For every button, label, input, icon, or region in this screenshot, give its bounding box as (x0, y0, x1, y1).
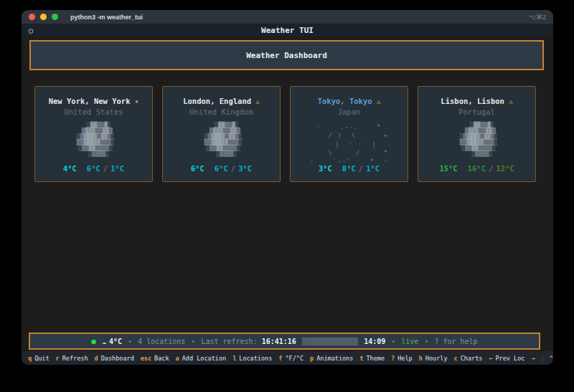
close-button[interactable] (29, 14, 35, 20)
shortcut-key: f (278, 355, 282, 362)
shortcut-key: ^p (550, 355, 553, 362)
shortcut-help[interactable]: ?Help (390, 355, 414, 362)
location-cards: New York, New York ☀United States ░▓▓▒▒▓… (34, 86, 536, 182)
temp-separator: / (231, 164, 235, 173)
card-temps: 4°C6°C/1°C (35, 164, 152, 173)
shortcut-add-location[interactable]: aAdd Location (174, 355, 228, 362)
high-temp: 6°C (215, 164, 228, 173)
card-city-label: New York, New York (49, 97, 131, 105)
low-temp: 3°C (238, 164, 252, 173)
shortcut-key: → (531, 355, 535, 362)
app-header: ○ Weather TUI (22, 24, 553, 37)
status-dot-icon: ● (91, 337, 96, 346)
current-temp: 3°C (319, 164, 332, 173)
weather-card-tokyo[interactable]: Tokyo, Tokyo ⚠Japan· .--. * / ) \ + | · … (290, 86, 408, 182)
card-city: Tokyo, Tokyo ⚠ (291, 97, 408, 105)
temp-separator: / (103, 164, 108, 173)
status-current-temp: ☁4°C (102, 338, 122, 345)
shortcut-back[interactable]: escBack (139, 355, 171, 362)
temp-separator: / (489, 164, 493, 173)
maximize-button[interactable] (52, 14, 58, 20)
shortcut-locations[interactable]: lLocations (231, 355, 273, 362)
weather-cloud-art: ░▓▓▒▒▓░ ▒▓▓▓▒▒▓▓▒ ░▒▓██▓▒▓▓▒░ ▒▒▓██▓▓▒▒▒… (163, 123, 280, 157)
window-shortcut-hint: ⌥⌘2 (529, 14, 546, 21)
weather-moon-art: · .--. * / ) \ + | · · | \ / * · `--' * … (291, 123, 408, 166)
card-temps: 3°C8°C/1°C (291, 164, 408, 173)
weather-cloud-art: ░▓▓▒▒▓░ ▒▓▓▓▒▒▓▓▒ ░▒▓██▓▒▓▓▒░ ▒▒▓██▓▓▒▒▒… (35, 123, 152, 157)
card-city-label: Lisbon, Lisbon (441, 97, 504, 105)
current-temp: 6°C (191, 164, 204, 173)
shortcut-charts[interactable]: cCharts (453, 355, 484, 362)
card-country: United Kingdom (163, 107, 280, 116)
current-temp: 4°C (63, 164, 77, 173)
shortcut-key: a (176, 355, 179, 362)
shortcut-units-toggle[interactable]: f°F/°C (277, 355, 305, 362)
warning-icon: ⚠ (377, 98, 380, 105)
shortcut-label: Charts (461, 355, 483, 362)
shortcut-refresh[interactable]: rRefresh (55, 355, 90, 362)
terminal-window: python3 -m weather_tui ⌥⌘2 ○ Weather TUI… (22, 10, 553, 365)
card-country: Japan (291, 107, 408, 116)
shortcut-label: Back (154, 355, 169, 362)
shortcut-key: esc (141, 355, 151, 362)
shortcut-label: Theme (366, 355, 385, 362)
shortcut-animations[interactable]: pAnimations (309, 355, 354, 362)
bullet-separator: • (391, 338, 395, 345)
shortcut-label: Quit (34, 355, 49, 362)
shortcut-theme[interactable]: tTheme (358, 355, 386, 362)
titlebar[interactable]: python3 -m weather_tui ⌥⌘2 (22, 10, 553, 24)
status-last-refresh: Last refresh: 16:41:16 (201, 338, 296, 345)
shortcut-label: °F/°C (285, 355, 304, 362)
card-city-label: London, England (183, 97, 251, 105)
shortcut-key: l (232, 355, 236, 362)
shortcut-label: Prev Loc (496, 355, 525, 362)
low-temp: 12°C (496, 164, 514, 173)
low-temp: 1°C (110, 164, 124, 173)
card-temps: 15°C16°C/12°C (418, 164, 535, 173)
warning-icon: ⚠ (509, 98, 512, 105)
shortcut-quit[interactable]: qQuit (27, 355, 51, 362)
footer-keybar: qQuitrRefreshdDashboardescBackaAdd Locat… (22, 351, 553, 365)
shortcut-key: ← (489, 355, 492, 362)
shortcut-key: ? (391, 355, 395, 362)
shortcut-next-loc[interactable]: → (530, 355, 536, 362)
shortcut-prev-loc[interactable]: ←Prev Loc (487, 355, 526, 362)
traffic-lights (29, 14, 58, 20)
shortcut-label: Refresh (62, 355, 88, 362)
warning-icon: ⚠ (255, 98, 259, 105)
bullet-separator: • (424, 338, 428, 345)
app-title: Weather TUI (22, 26, 553, 35)
shortcut-key: d (95, 355, 98, 362)
status-clock: 14:09 (364, 338, 385, 345)
desktop: python3 -m weather_tui ⌥⌘2 ○ Weather TUI… (0, 0, 574, 392)
shortcut-command-palette[interactable]: ^ppalette (542, 355, 553, 362)
card-temps: 6°C6°C/3°C (163, 164, 280, 173)
weather-card-london[interactable]: London, England ⚠United Kingdom ░▓▓▒▒▓░ … (162, 86, 281, 182)
weather-card-new-york[interactable]: New York, New York ☀United States ░▓▓▒▒▓… (34, 86, 153, 182)
card-country: Portugal (418, 107, 535, 116)
status-live-badge: live (401, 338, 418, 345)
shortcut-label: Dashboard (101, 355, 134, 362)
dashboard-title: Weather Dashboard (246, 51, 327, 60)
app-menu-icon[interactable]: ○ (29, 27, 33, 34)
current-temp: 15°C (439, 164, 457, 173)
shortcut-hourly[interactable]: hHourly (418, 355, 449, 362)
status-locations-count: 4 locations (138, 338, 185, 345)
shortcut-key: c (454, 355, 458, 362)
dashboard-banner: Weather Dashboard (29, 40, 544, 70)
bullet-separator: • (128, 338, 132, 345)
shortcut-key: p (310, 355, 314, 362)
weather-condition-icon: ☁ (102, 338, 106, 345)
minimize-button[interactable] (40, 14, 47, 20)
high-temp: 6°C (87, 164, 100, 173)
shortcut-key: h (419, 355, 423, 362)
shortcut-key: t (359, 355, 363, 362)
shortcut-dashboard[interactable]: dDashboard (93, 355, 136, 362)
card-city: Lisbon, Lisbon ⚠ (418, 97, 535, 105)
shortcut-key: r (56, 355, 60, 362)
shortcut-key: q (28, 355, 32, 362)
low-temp: 1°C (366, 164, 380, 173)
temp-separator: / (359, 164, 363, 173)
shortcut-label: Add Location (182, 355, 226, 362)
weather-card-lisbon[interactable]: Lisbon, Lisbon ⚠Portugal ░▓▓▒▒▓░ ▒▓▓▓▒▒▓… (418, 86, 536, 182)
